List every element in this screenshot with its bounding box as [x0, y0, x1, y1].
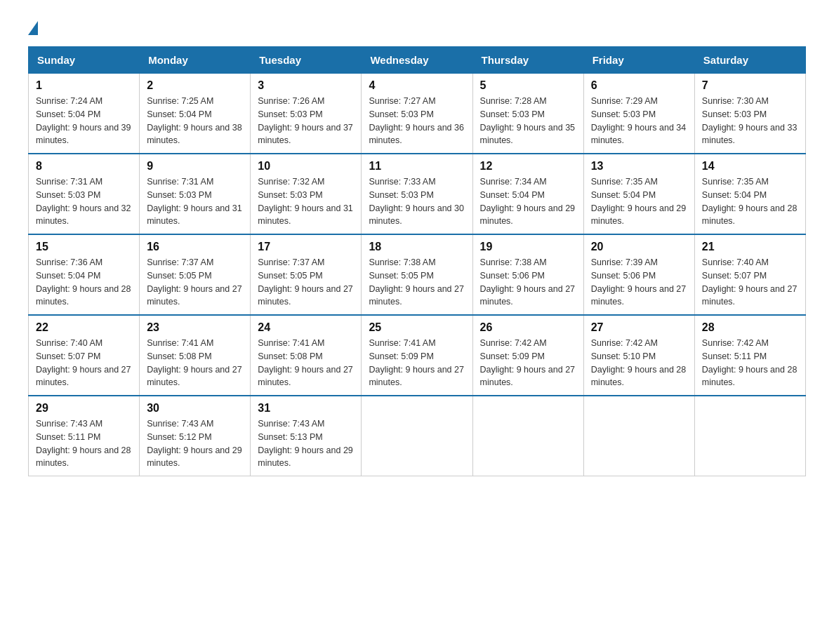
- calendar-week-row: 22Sunrise: 7:40 AMSunset: 5:07 PMDayligh…: [29, 315, 806, 396]
- day-headers-row: SundayMondayTuesdayWednesdayThursdayFrid…: [29, 47, 806, 74]
- calendar-table: SundayMondayTuesdayWednesdayThursdayFrid…: [28, 46, 806, 476]
- day-number: 11: [369, 160, 465, 173]
- page-header: [28, 21, 806, 35]
- day-number: 22: [36, 321, 132, 334]
- calendar-cell: [694, 396, 805, 476]
- calendar-cell: 17Sunrise: 7:37 AMSunset: 5:05 PMDayligh…: [251, 234, 362, 315]
- calendar-cell: 7Sunrise: 7:30 AMSunset: 5:03 PMDaylight…: [694, 74, 805, 154]
- calendar-cell: 28Sunrise: 7:42 AMSunset: 5:11 PMDayligh…: [694, 315, 805, 396]
- calendar-cell: 11Sunrise: 7:33 AMSunset: 5:03 PMDayligh…: [362, 154, 472, 234]
- day-info: Sunrise: 7:31 AMSunset: 5:03 PMDaylight:…: [147, 175, 243, 228]
- day-info: Sunrise: 7:37 AMSunset: 5:05 PMDaylight:…: [147, 256, 243, 309]
- day-info: Sunrise: 7:29 AMSunset: 5:03 PMDaylight:…: [591, 95, 687, 147]
- calendar-cell: 20Sunrise: 7:39 AMSunset: 5:06 PMDayligh…: [583, 234, 694, 315]
- calendar-week-row: 29Sunrise: 7:43 AMSunset: 5:11 PMDayligh…: [29, 396, 806, 476]
- day-info: Sunrise: 7:41 AMSunset: 5:09 PMDaylight:…: [369, 337, 465, 389]
- calendar-cell: 4Sunrise: 7:27 AMSunset: 5:03 PMDaylight…: [362, 74, 472, 154]
- calendar-cell: 19Sunrise: 7:38 AMSunset: 5:06 PMDayligh…: [472, 234, 583, 315]
- day-info: Sunrise: 7:38 AMSunset: 5:06 PMDaylight:…: [480, 256, 576, 309]
- day-number: 12: [480, 160, 576, 173]
- day-number: 30: [147, 402, 243, 415]
- calendar-cell: 15Sunrise: 7:36 AMSunset: 5:04 PMDayligh…: [29, 234, 140, 315]
- calendar-cell: 14Sunrise: 7:35 AMSunset: 5:04 PMDayligh…: [694, 154, 805, 234]
- calendar-cell: [472, 396, 583, 476]
- day-number: 26: [480, 321, 576, 334]
- day-number: 7: [702, 79, 798, 92]
- day-number: 29: [36, 402, 132, 415]
- day-info: Sunrise: 7:31 AMSunset: 5:03 PMDaylight:…: [36, 175, 132, 228]
- day-info: Sunrise: 7:27 AMSunset: 5:03 PMDaylight:…: [369, 95, 465, 147]
- calendar-cell: 8Sunrise: 7:31 AMSunset: 5:03 PMDaylight…: [29, 154, 140, 234]
- day-header-wednesday: Wednesday: [362, 47, 472, 74]
- day-number: 10: [258, 160, 354, 173]
- day-info: Sunrise: 7:40 AMSunset: 5:07 PMDaylight:…: [36, 337, 132, 389]
- calendar-cell: 30Sunrise: 7:43 AMSunset: 5:12 PMDayligh…: [140, 396, 251, 476]
- day-number: 5: [480, 79, 576, 92]
- calendar-cell: 18Sunrise: 7:38 AMSunset: 5:05 PMDayligh…: [362, 234, 472, 315]
- calendar-cell: 1Sunrise: 7:24 AMSunset: 5:04 PMDaylight…: [29, 74, 140, 154]
- day-info: Sunrise: 7:33 AMSunset: 5:03 PMDaylight:…: [369, 175, 465, 228]
- logo-triangle-icon: [28, 21, 38, 35]
- calendar-cell: 12Sunrise: 7:34 AMSunset: 5:04 PMDayligh…: [472, 154, 583, 234]
- day-info: Sunrise: 7:26 AMSunset: 5:03 PMDaylight:…: [258, 95, 354, 147]
- day-info: Sunrise: 7:42 AMSunset: 5:11 PMDaylight:…: [702, 337, 798, 389]
- day-number: 20: [591, 241, 687, 253]
- calendar-cell: 21Sunrise: 7:40 AMSunset: 5:07 PMDayligh…: [694, 234, 805, 315]
- calendar-cell: 9Sunrise: 7:31 AMSunset: 5:03 PMDaylight…: [140, 154, 251, 234]
- day-number: 24: [258, 321, 354, 334]
- day-number: 3: [258, 79, 354, 92]
- day-number: 13: [591, 160, 687, 173]
- calendar-header: SundayMondayTuesdayWednesdayThursdayFrid…: [29, 47, 806, 74]
- day-number: 17: [258, 241, 354, 253]
- day-number: 8: [36, 160, 132, 173]
- day-info: Sunrise: 7:37 AMSunset: 5:05 PMDaylight:…: [258, 256, 354, 309]
- calendar-cell: 31Sunrise: 7:43 AMSunset: 5:13 PMDayligh…: [251, 396, 362, 476]
- day-number: 23: [147, 321, 243, 334]
- calendar-week-row: 1Sunrise: 7:24 AMSunset: 5:04 PMDaylight…: [29, 74, 806, 154]
- logo-blue-text: [28, 21, 41, 35]
- day-info: Sunrise: 7:43 AMSunset: 5:13 PMDaylight:…: [258, 417, 354, 470]
- calendar-cell: [583, 396, 694, 476]
- day-header-tuesday: Tuesday: [251, 47, 362, 74]
- logo: [28, 21, 41, 35]
- day-header-thursday: Thursday: [472, 47, 583, 74]
- day-header-monday: Monday: [140, 47, 251, 74]
- day-number: 25: [369, 321, 465, 334]
- day-number: 31: [258, 402, 354, 415]
- day-number: 1: [36, 79, 132, 92]
- day-info: Sunrise: 7:42 AMSunset: 5:09 PMDaylight:…: [480, 337, 576, 389]
- day-info: Sunrise: 7:32 AMSunset: 5:03 PMDaylight:…: [258, 175, 354, 228]
- day-number: 16: [147, 241, 243, 253]
- day-info: Sunrise: 7:34 AMSunset: 5:04 PMDaylight:…: [480, 175, 576, 228]
- day-header-saturday: Saturday: [694, 47, 805, 74]
- day-info: Sunrise: 7:28 AMSunset: 5:03 PMDaylight:…: [480, 95, 576, 147]
- day-info: Sunrise: 7:40 AMSunset: 5:07 PMDaylight:…: [702, 256, 798, 309]
- calendar-cell: 13Sunrise: 7:35 AMSunset: 5:04 PMDayligh…: [583, 154, 694, 234]
- calendar-cell: 3Sunrise: 7:26 AMSunset: 5:03 PMDaylight…: [251, 74, 362, 154]
- calendar-cell: 29Sunrise: 7:43 AMSunset: 5:11 PMDayligh…: [29, 396, 140, 476]
- day-info: Sunrise: 7:43 AMSunset: 5:12 PMDaylight:…: [147, 417, 243, 470]
- day-info: Sunrise: 7:38 AMSunset: 5:05 PMDaylight:…: [369, 256, 465, 309]
- day-info: Sunrise: 7:25 AMSunset: 5:04 PMDaylight:…: [147, 95, 243, 147]
- day-info: Sunrise: 7:39 AMSunset: 5:06 PMDaylight:…: [591, 256, 687, 309]
- calendar-cell: 23Sunrise: 7:41 AMSunset: 5:08 PMDayligh…: [140, 315, 251, 396]
- day-info: Sunrise: 7:41 AMSunset: 5:08 PMDaylight:…: [258, 337, 354, 389]
- day-header-sunday: Sunday: [29, 47, 140, 74]
- calendar-week-row: 8Sunrise: 7:31 AMSunset: 5:03 PMDaylight…: [29, 154, 806, 234]
- day-number: 19: [480, 241, 576, 253]
- calendar-cell: 26Sunrise: 7:42 AMSunset: 5:09 PMDayligh…: [472, 315, 583, 396]
- day-info: Sunrise: 7:41 AMSunset: 5:08 PMDaylight:…: [147, 337, 243, 389]
- calendar-cell: 2Sunrise: 7:25 AMSunset: 5:04 PMDaylight…: [140, 74, 251, 154]
- calendar-week-row: 15Sunrise: 7:36 AMSunset: 5:04 PMDayligh…: [29, 234, 806, 315]
- calendar-body: 1Sunrise: 7:24 AMSunset: 5:04 PMDaylight…: [29, 74, 806, 476]
- day-number: 9: [147, 160, 243, 173]
- day-number: 6: [591, 79, 687, 92]
- day-number: 27: [591, 321, 687, 334]
- day-number: 15: [36, 241, 132, 253]
- day-number: 2: [147, 79, 243, 92]
- day-info: Sunrise: 7:36 AMSunset: 5:04 PMDaylight:…: [36, 256, 132, 309]
- day-number: 14: [702, 160, 798, 173]
- day-info: Sunrise: 7:42 AMSunset: 5:10 PMDaylight:…: [591, 337, 687, 389]
- calendar-cell: 27Sunrise: 7:42 AMSunset: 5:10 PMDayligh…: [583, 315, 694, 396]
- day-info: Sunrise: 7:35 AMSunset: 5:04 PMDaylight:…: [591, 175, 687, 228]
